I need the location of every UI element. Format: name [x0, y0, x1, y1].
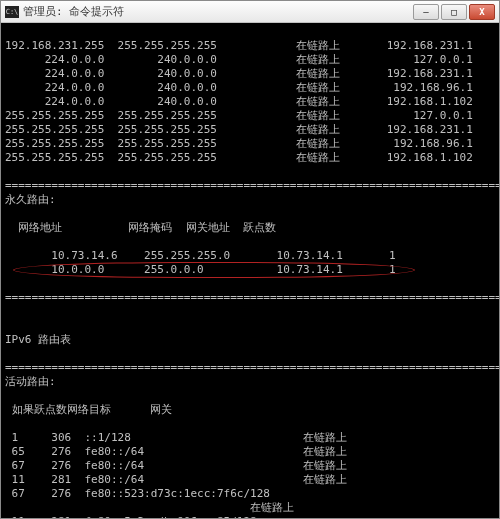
- window-controls: — □ X: [413, 4, 495, 20]
- separator: ========================================…: [5, 361, 499, 374]
- close-button[interactable]: X: [469, 4, 495, 20]
- persistent-routes-header: 永久路由:: [5, 193, 495, 207]
- ipv6-route-row: 11 281 fe80::/64 在链路上: [5, 473, 495, 487]
- ipv6-route-row: 11 281 fe80::5c3:cdb:906:ac85/128: [5, 515, 495, 518]
- console-output[interactable]: 192.168.231.255 255.255.255.255 在链路上 192…: [1, 23, 499, 518]
- maximize-button[interactable]: □: [441, 4, 467, 20]
- ipv6-route-row: 65 276 fe80::/64 在链路上: [5, 445, 495, 459]
- separator: ========================================…: [5, 179, 499, 192]
- ipv6-route-block: 1 306 ::1/128 在链路上 65 276 fe80::/64 在链路上…: [5, 431, 495, 518]
- ipv6-route-row: 1 306 ::1/128 在链路上: [5, 431, 495, 445]
- app-icon: C:\: [5, 6, 19, 18]
- blank-line: [5, 305, 495, 319]
- ipv6-route-row: 67 276 fe80::/64 在链路上: [5, 459, 495, 473]
- minimize-button[interactable]: —: [413, 4, 439, 20]
- close-icon: X: [479, 7, 484, 17]
- titlebar[interactable]: C:\ 管理员: 命令提示符 — □ X: [1, 1, 499, 23]
- ipv6-columns: 如果跃点数网络目标 网关: [5, 403, 495, 417]
- ipv4-route-block: 192.168.231.255 255.255.255.255 在链路上 192…: [5, 39, 495, 165]
- active-routes-header: 活动路由:: [5, 375, 495, 389]
- window-title: 管理员: 命令提示符: [23, 4, 413, 19]
- separator: ========================================…: [5, 291, 499, 304]
- minimize-icon: —: [423, 7, 428, 17]
- command-prompt-window: C:\ 管理员: 命令提示符 — □ X 192.168.231.255 255…: [0, 0, 500, 519]
- ipv6-header: IPv6 路由表: [5, 333, 495, 347]
- persistent-routes-block: 10.73.14.6 255.255.255.0 10.73.14.1 1 10…: [5, 249, 495, 277]
- persistent-routes-columns: 网络地址 网络掩码 网关地址 跃点数: [5, 221, 495, 235]
- ipv6-route-row: 67 276 fe80::523:d73c:1ecc:7f6c/128: [5, 487, 495, 501]
- persistent-route-row: 10.0.0.0 255.0.0.0 10.73.14.1 1: [5, 263, 495, 277]
- maximize-icon: □: [451, 7, 456, 17]
- ipv6-route-row: 在链路上: [5, 501, 495, 515]
- persistent-route-row: 10.73.14.6 255.255.255.0 10.73.14.1 1: [5, 249, 495, 263]
